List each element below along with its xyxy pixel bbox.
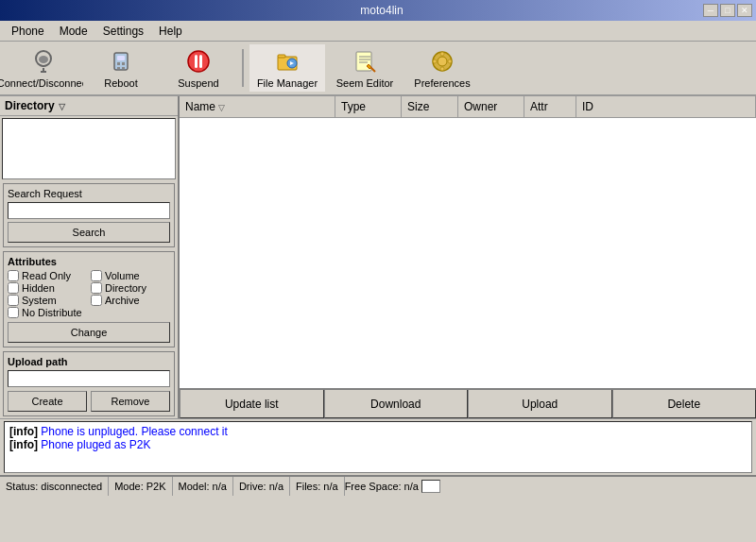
titlebar-title: moto4lin — [360, 4, 403, 17]
col-header-owner[interactable]: Owner — [458, 96, 524, 117]
preferences-label: Preferences — [414, 77, 470, 89]
svg-rect-9 — [117, 67, 120, 69]
log-line-2: [info] Phone pluged as P2K — [9, 438, 747, 451]
attr-directory: Directory — [91, 282, 170, 294]
hidden-checkbox[interactable] — [8, 282, 19, 294]
attr-nodistribute: No Distribute — [8, 307, 170, 318]
seem-editor-button[interactable]: Seem Editor — [327, 44, 403, 92]
svg-rect-12 — [195, 55, 198, 68]
volume-checkbox[interactable] — [91, 270, 102, 281]
attributes-group: Attributes Read Only Volume Hidden Direc… — [3, 251, 175, 347]
file-manager-label: File Manager — [257, 77, 318, 89]
status-input[interactable] — [421, 480, 440, 493]
system-label: System — [22, 295, 57, 306]
col-header-size[interactable]: Size — [402, 96, 458, 117]
readonly-checkbox[interactable] — [8, 270, 19, 281]
search-label: Search Request — [8, 188, 170, 199]
attr-archive: Archive — [91, 295, 170, 306]
upload-path-label: Upload path — [8, 356, 170, 367]
svg-rect-8 — [122, 62, 125, 65]
download-button[interactable]: Download — [324, 390, 469, 418]
hidden-label: Hidden — [22, 282, 55, 294]
create-button[interactable]: Create — [8, 391, 87, 412]
col-header-attr[interactable]: Attr — [524, 96, 576, 117]
preferences-icon — [428, 47, 456, 76]
status-text: Status: disconnected — [6, 481, 102, 492]
search-group: Search Request Search — [3, 183, 175, 247]
log-tag-2: [info] — [9, 438, 38, 451]
upload-path-input[interactable] — [8, 370, 170, 387]
main-area: Directory Search Request Search Attribut… — [0, 96, 756, 419]
titlebar-controls: ─ □ ✕ — [703, 4, 752, 17]
svg-point-2 — [39, 56, 48, 63]
drive-cell: Drive: n/a — [233, 477, 290, 496]
directory-tree[interactable] — [2, 118, 176, 179]
update-list-button[interactable]: Update list — [180, 390, 324, 418]
mode-cell: Mode: P2K — [109, 477, 172, 496]
upload-buttons: Create Remove — [8, 391, 170, 412]
svg-point-25 — [433, 59, 437, 63]
attr-hidden: Hidden — [8, 282, 87, 294]
seem-editor-label: Seem Editor — [336, 77, 394, 89]
maximize-button[interactable]: □ — [720, 4, 735, 17]
attr-system: System — [8, 295, 87, 306]
svg-rect-5 — [114, 53, 128, 70]
menubar: Phone Mode Settings Help — [0, 21, 756, 42]
upload-path-group: Upload path Create Remove — [3, 351, 175, 416]
svg-rect-7 — [117, 62, 120, 65]
directory-checkbox[interactable] — [91, 282, 102, 294]
menu-mode[interactable]: Mode — [52, 23, 95, 40]
freespace-text: Free Space: n/a — [345, 481, 419, 492]
change-button[interactable]: Change — [8, 322, 170, 343]
menu-help[interactable]: Help — [151, 23, 190, 40]
log-area: [info] Phone is unpluged. Please connect… — [4, 421, 752, 473]
model-cell: Model: n/a — [173, 477, 233, 496]
file-manager-icon — [273, 47, 301, 76]
svg-point-26 — [448, 59, 452, 63]
action-bar: Update list Download Upload Delete — [180, 388, 756, 418]
minimize-button[interactable]: ─ — [703, 4, 718, 17]
reboot-button[interactable]: Reboot — [83, 44, 159, 92]
log-tag-1: [info] — [9, 425, 38, 438]
reboot-label: Reboot — [104, 77, 137, 89]
upload-button[interactable]: Upload — [468, 390, 612, 418]
system-checkbox[interactable] — [8, 295, 19, 306]
directory-filter-icon — [59, 99, 65, 112]
left-panel: Directory Search Request Search Attribut… — [0, 96, 180, 418]
svg-rect-15 — [278, 55, 285, 58]
search-input[interactable] — [8, 202, 170, 219]
search-button[interactable]: Search — [8, 222, 170, 243]
remove-button[interactable]: Remove — [91, 391, 170, 412]
volume-label: Volume — [105, 270, 140, 281]
archive-checkbox[interactable] — [91, 295, 102, 306]
col-header-id[interactable]: ID — [576, 96, 756, 117]
model-text: Model: n/a — [179, 481, 227, 492]
menu-phone[interactable]: Phone — [4, 23, 52, 40]
attributes-grid: Read Only Volume Hidden Directory System — [8, 270, 170, 318]
directory-label: Directory — [5, 99, 55, 112]
files-cell: Files: n/a — [290, 477, 345, 496]
svg-point-11 — [188, 51, 209, 72]
menu-settings[interactable]: Settings — [95, 23, 151, 40]
connect-disconnect-button[interactable]: Connect/Disconnect — [6, 44, 81, 92]
suspend-button[interactable]: Suspend — [161, 44, 236, 92]
delete-button[interactable]: Delete — [612, 390, 757, 418]
readonly-label: Read Only — [22, 270, 71, 281]
directory-attr-label: Directory — [105, 282, 146, 294]
toolbar: Connect/Disconnect Reboot Suspend F — [0, 42, 756, 96]
log-line-1: [info] Phone is unpluged. Please connect… — [9, 425, 747, 438]
suspend-icon — [184, 47, 213, 76]
col-header-type[interactable]: Type — [335, 96, 402, 117]
preferences-button[interactable]: Preferences — [404, 44, 480, 92]
reboot-icon — [107, 47, 135, 76]
name-filter-icon — [218, 100, 225, 113]
freespace-cell: Free Space: n/a — [345, 480, 756, 493]
toolbar-sep — [242, 49, 244, 87]
attr-readonly: Read Only — [8, 270, 87, 281]
file-table-header: Name Type Size Owner Attr ID — [180, 96, 756, 118]
col-header-name[interactable]: Name — [180, 96, 335, 117]
svg-point-24 — [440, 67, 444, 71]
file-manager-button[interactable]: File Manager — [249, 44, 325, 92]
nodistribute-checkbox[interactable] — [8, 307, 19, 318]
close-button[interactable]: ✕ — [737, 4, 752, 17]
